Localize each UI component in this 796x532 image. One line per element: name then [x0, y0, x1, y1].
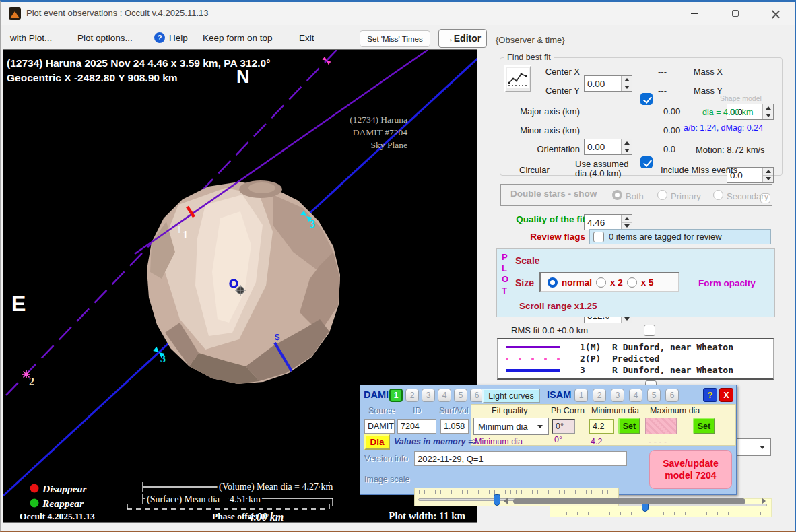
damit-tab-1[interactable]: 1 — [389, 389, 403, 402]
mass-x-spinner[interactable] — [762, 104, 773, 119]
major-axis-label: Major axis (km) — [519, 106, 580, 117]
maximize-icon — [732, 10, 739, 17]
isam-tab-1[interactable]: 1 — [574, 389, 588, 402]
menu-plot-options[interactable]: Plot options... — [77, 33, 133, 43]
editor-button[interactable]: →Editor — [438, 29, 487, 48]
fit-quality-select[interactable]: Minimum dia — [473, 418, 549, 435]
reappear-label: Reappear — [42, 498, 84, 509]
plot-letter-o: O — [502, 274, 508, 286]
minimize-button[interactable] — [680, 3, 708, 24]
menu-keep-on-top[interactable]: Keep form on top — [203, 33, 273, 43]
set-min-dia-button[interactable]: Set — [618, 418, 640, 434]
damit-tab-5[interactable]: 5 — [454, 389, 467, 402]
scroll-left-button[interactable] — [501, 496, 510, 506]
help-icon: ? — [154, 32, 165, 43]
horizontal-scrollbar-thumb[interactable] — [513, 498, 745, 504]
chord2-label: 2 — [29, 376, 34, 387]
max-dia-box[interactable] — [645, 418, 677, 434]
center-x-dash: --- — [658, 67, 667, 77]
legend-row-1-key: 1(M) — [580, 342, 612, 352]
major-axis-spinner[interactable] — [621, 215, 632, 230]
chart-icon — [507, 68, 529, 88]
center-x-spinner[interactable] — [621, 76, 632, 91]
find-best-fit-button[interactable] — [504, 65, 531, 92]
save-update-model-button[interactable]: Save/update model 7204 — [649, 450, 732, 489]
north-label: N — [236, 67, 250, 87]
double-both-radio[interactable] — [612, 190, 622, 200]
center-x-checkbox[interactable] — [640, 93, 653, 105]
scroll-right-button[interactable] — [759, 496, 768, 506]
menu-exit[interactable]: Exit — [299, 33, 314, 43]
close-icon — [772, 9, 780, 18]
double-secondary-radio[interactable] — [713, 190, 723, 200]
min-dia-box[interactable]: 4.2 — [589, 419, 614, 434]
legend-line1-swatch — [506, 346, 560, 348]
mass-y-spinner[interactable] — [762, 168, 773, 182]
menu-help[interactable]: Help — [169, 33, 188, 43]
size-normal-radio[interactable] — [548, 277, 558, 288]
center-y-value: 0.00 — [587, 142, 605, 152]
size-x5-radio[interactable] — [627, 277, 637, 288]
center-y-label: Center Y — [533, 86, 580, 96]
double-stars-label: Double stars - show — [510, 189, 597, 199]
orientation-checkbox[interactable] — [644, 325, 655, 336]
ph-corrn-box[interactable]: 0° — [552, 419, 575, 434]
center-y-checkbox[interactable] — [640, 156, 653, 168]
isam-title: ISAM — [547, 389, 571, 400]
isam-tab-2[interactable]: 2 — [593, 389, 606, 402]
image-scale-thumb[interactable] — [494, 494, 500, 506]
damit-close-button[interactable]: X — [719, 388, 733, 402]
form-opacity-label: Form opacity — [698, 278, 756, 288]
memory-fit-quality: Minimum dia — [475, 437, 523, 446]
model-caption-skyplane: Sky Plane — [371, 140, 407, 150]
id-value-box[interactable]: 7204 — [397, 419, 436, 434]
legend-row-1: 1(M)R Dunford, near Wheaton — [580, 342, 733, 352]
center-y-input[interactable]: 0.00 — [584, 139, 632, 155]
scroll-left-icon — [504, 498, 508, 504]
size-normal-label: normal — [562, 277, 592, 288]
set-miss-times-button[interactable]: Set 'Miss' Times — [360, 30, 430, 47]
disappear-label: Disappear — [42, 483, 87, 494]
review-flags-checkbox[interactable] — [593, 232, 604, 242]
orientation-error: 0.0 — [663, 144, 675, 154]
menu-with-plot[interactable]: with Plot... — [10, 33, 52, 43]
version-info-input[interactable]: 2022-11-29, Q=1 — [414, 451, 627, 466]
size-x2-label: x 2 — [610, 277, 623, 288]
damit-tab-6[interactable]: 6 — [470, 389, 484, 402]
scroll-right-icon — [762, 498, 766, 504]
center-y-spinner[interactable] — [621, 139, 632, 154]
rms-fit-label: RMS fit 0.0 ±0.0 km — [511, 325, 588, 335]
chevron-down-icon — [760, 446, 765, 449]
damit-help-button[interactable]: ? — [703, 388, 717, 402]
chord3-label-a: 3 — [310, 218, 315, 230]
isam-tab-4[interactable]: 4 — [629, 389, 642, 402]
center-x-label: Center X — [533, 67, 580, 77]
damit-tab-2[interactable]: 2 — [405, 389, 419, 402]
id-column-label: ID — [413, 406, 422, 415]
size-x2-radio[interactable] — [596, 277, 606, 288]
occult-version-label: Occult 4.2025.11.13 — [20, 511, 95, 521]
isam-tab-3[interactable]: 3 — [611, 389, 624, 402]
maximize-button[interactable] — [721, 3, 750, 24]
set-max-dia-button[interactable]: Set — [693, 418, 715, 434]
review-flags-box: 0 items are tagged for review — [589, 229, 771, 244]
legend-row-2-name: Predicted — [612, 354, 659, 364]
fit-quality-chevron-icon — [537, 425, 543, 428]
isam-tab-5[interactable]: 5 — [647, 389, 661, 402]
damit-tab-4[interactable]: 4 — [438, 389, 451, 402]
major-axis-input[interactable]: 4.46 — [584, 214, 632, 230]
damit-tab-3[interactable]: 3 — [422, 389, 435, 402]
light-curves-button[interactable]: Light curves — [482, 389, 540, 403]
center-x-input[interactable]: 0.00 — [584, 75, 632, 92]
isam-tab-6[interactable]: 6 — [665, 389, 679, 402]
major-axis-error: 0.00 — [663, 106, 680, 117]
double-primary-radio[interactable] — [657, 190, 667, 200]
review-flags-text: 0 items are tagged for review — [609, 232, 722, 242]
plot-header-line2: Geocentric X -2482.80 Y 908.90 km — [7, 72, 178, 84]
dia-button[interactable]: Dia — [364, 434, 390, 450]
dollar-marker: $ — [275, 332, 280, 342]
ph-corrn-value: 0° — [556, 422, 564, 431]
close-button[interactable] — [762, 3, 790, 24]
double-secondary-label: Secondary — [727, 191, 768, 201]
memory-ph-corrn: 0° — [554, 435, 562, 444]
